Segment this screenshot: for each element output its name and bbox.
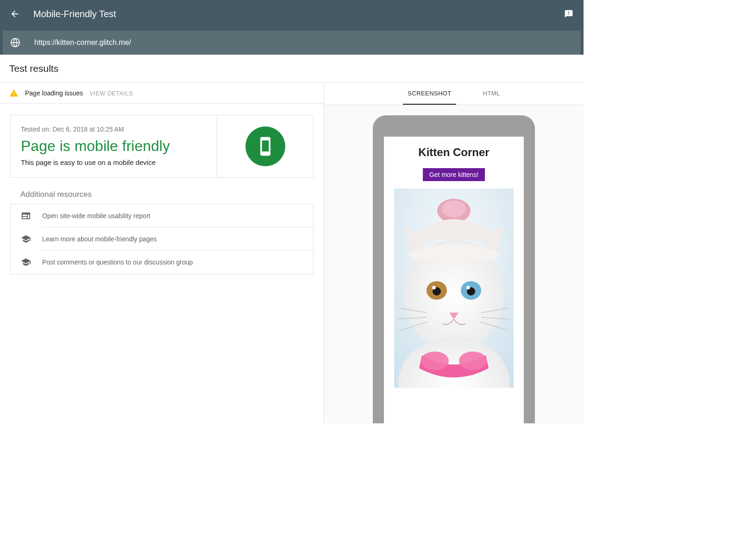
result-title: Page is mobile friendly — [21, 138, 207, 155]
preview-get-kittens-button: Get more kittens! — [423, 168, 485, 181]
phone-preview-frame: Kitten Corner Get more kittens! — [373, 115, 535, 423]
issues-label: Page loading issues — [25, 89, 83, 97]
web-icon — [21, 211, 31, 221]
preview-kitten-image — [394, 189, 514, 388]
additional-resources-heading: Additional resources — [10, 190, 314, 199]
preview-site-title: Kitten Corner — [389, 146, 518, 159]
result-subtitle: This page is easy to use on a mobile dev… — [21, 158, 207, 166]
resource-label: Open site-wide mobile usability report — [42, 212, 150, 220]
school-icon — [21, 257, 31, 267]
resource-label: Learn more about mobile-friendly pages — [42, 235, 157, 243]
tab-screenshot[interactable]: SCREENSHOT — [403, 83, 456, 105]
svg-point-7 — [432, 286, 436, 289]
resources-card: Open site-wide mobile usability report L… — [10, 204, 314, 274]
left-pane: Page loading issues VIEW DETAILS Tested … — [0, 83, 324, 423]
view-details-link[interactable]: VIEW DETAILS — [89, 90, 133, 97]
resource-label: Post comments or questions to our discus… — [42, 258, 193, 266]
svg-point-3 — [442, 201, 466, 217]
tested-on-label: Tested on: Dec 6, 2018 at 10:25 AM — [21, 126, 207, 133]
result-badge-area — [217, 115, 313, 177]
preview-tabs: SCREENSHOT HTML — [324, 83, 584, 105]
tab-html[interactable]: HTML — [478, 83, 505, 105]
header-top-row: Mobile-Friendly Test — [0, 0, 584, 28]
loading-issues-row: Page loading issues VIEW DETAILS — [0, 83, 324, 104]
phone-icon — [255, 136, 276, 157]
results-heading: Test results — [0, 55, 584, 83]
phone-screen: Kitten Corner Get more kittens! — [384, 137, 524, 423]
feedback-button[interactable] — [563, 8, 574, 19]
right-pane: SCREENSHOT HTML Kitten Corner Get more k… — [324, 83, 584, 423]
school-icon — [21, 234, 31, 244]
success-badge — [245, 126, 285, 166]
content-area: Page loading issues VIEW DETAILS Tested … — [0, 83, 584, 423]
result-card-text: Tested on: Dec 6, 2018 at 10:25 AM Page … — [11, 115, 217, 177]
app-header: Mobile-Friendly Test — [0, 0, 584, 55]
svg-point-10 — [466, 286, 470, 289]
app-title: Mobile-Friendly Test — [33, 9, 116, 19]
arrow-back-icon — [10, 9, 20, 19]
resource-discussion-group[interactable]: Post comments or questions to our discus… — [11, 251, 313, 274]
svg-point-18 — [421, 352, 449, 370]
resource-usability-report[interactable]: Open site-wide mobile usability report — [11, 204, 313, 227]
result-card: Tested on: Dec 6, 2018 at 10:25 AM Page … — [10, 115, 314, 178]
warning-icon — [9, 88, 19, 98]
globe-icon — [10, 38, 20, 48]
feedback-icon — [564, 9, 573, 19]
svg-point-19 — [459, 352, 487, 370]
url-input[interactable] — [34, 38, 573, 47]
resource-learn-more[interactable]: Learn more about mobile-friendly pages — [11, 227, 313, 251]
url-bar — [3, 31, 581, 55]
back-button[interactable] — [9, 8, 20, 19]
